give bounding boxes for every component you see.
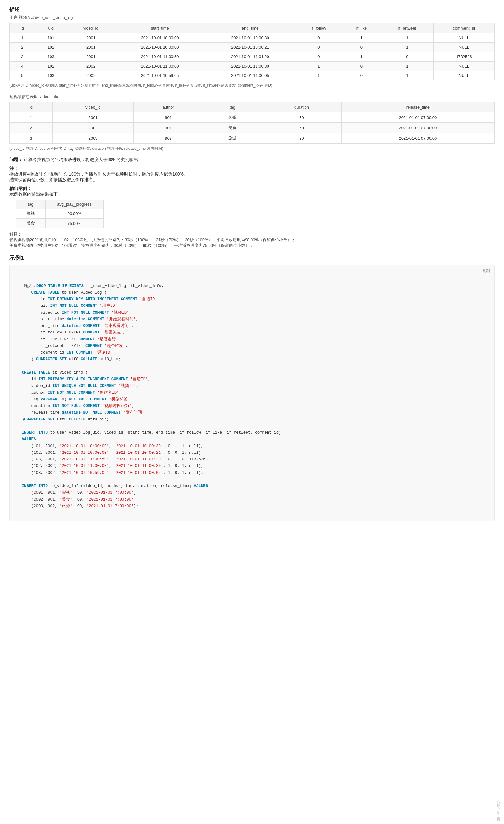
table-cell: 90	[262, 133, 342, 143]
explain-label: 解释：	[9, 232, 22, 236]
table-cell: 2	[10, 43, 35, 52]
table-cell: 3	[10, 133, 53, 143]
column-header: comment_id	[433, 23, 494, 33]
column-header: video_id	[67, 23, 115, 33]
column-header: id	[10, 23, 35, 33]
table-cell: 901	[133, 123, 203, 133]
column-header: if_like	[342, 23, 381, 33]
code-block: 复制 输入：DROP TABLE IF EXISTS tb_user_video…	[9, 265, 495, 521]
table-row: 510320022021-10-01 10:59:052021-10-01 11…	[10, 71, 495, 80]
table-cell: 1	[381, 62, 433, 71]
table-cell: 102	[35, 62, 67, 71]
table-cell: 2021-10-01 11:00:30	[205, 62, 295, 71]
table-cell: 1732526	[433, 52, 494, 62]
table-row: 美食75.00%	[16, 219, 104, 228]
table-cell: 103	[35, 71, 67, 80]
table-cell: 1	[381, 43, 433, 52]
note-block: 注： 播放进度=播放时长÷视频时长*100%，当播放时长大于视频时长时，播放进度…	[9, 166, 495, 183]
table-cell: 2021-10-01 10:00:00	[115, 43, 205, 52]
table-cell: 101	[35, 33, 67, 43]
table-cell: 0	[381, 52, 433, 62]
table-cell: 2021-10-01 11:00:00	[115, 62, 205, 71]
table-row: 110120012021-10-01 10:00:002021-10-01 10…	[10, 33, 495, 43]
table-cell: 2003	[53, 133, 133, 143]
table-cell: 75.00%	[45, 219, 104, 228]
table-cell: NULL	[433, 62, 494, 71]
table-cell: NULL	[433, 71, 494, 80]
question-text: 计算各类视频的平均播放进度，将进度大于60%的类别输出。	[24, 157, 142, 162]
table-cell: 2021-01-01 07:00:00	[341, 133, 494, 143]
column-header: if_follow	[295, 23, 342, 33]
table-cell: 60	[262, 123, 342, 133]
table-cell: NULL	[433, 43, 494, 52]
table-cell: 2001	[67, 43, 115, 52]
table-cell: 4	[10, 62, 35, 71]
table-cell: 2021-10-01 10:00:30	[205, 33, 295, 43]
note-line: 结果保留两位小数，并按播放进度倒序排序。	[9, 177, 495, 183]
table-cell: 1	[381, 71, 433, 80]
table-cell: 2002	[67, 71, 115, 80]
output-table: tagavg_play_progress 影视90.00%美食75.00%	[16, 200, 104, 228]
copy-button[interactable]: 复制	[482, 268, 490, 274]
table-cell: 2001	[67, 33, 115, 43]
question-label: 问题：	[9, 157, 23, 162]
table-cell: 1	[342, 52, 381, 62]
table-cell: 2001	[67, 52, 115, 62]
table-cell: 103	[35, 52, 67, 62]
description-section: 描述 用户-视频互动表tb_user_video_log iduidvideo_…	[9, 6, 495, 151]
table-cell: 2002	[53, 123, 133, 133]
table-row: 410220022021-10-01 11:00:002021-10-01 11…	[10, 62, 495, 71]
column-header: avg_play_progress	[45, 200, 104, 209]
output-desc: 示例数据的输出结果如下：	[9, 192, 495, 197]
table-cell: 2021-01-01 07:00:00	[341, 112, 494, 123]
table-row: 210220012021-10-01 10:00:002021-10-01 10…	[10, 43, 495, 52]
table-cell: 2021-01-01 07:00:00	[341, 123, 494, 133]
code-content: 输入：DROP TABLE IF EXISTS tb_user_video_lo…	[15, 284, 281, 508]
column-header: author	[133, 102, 203, 112]
table-cell: 0	[342, 43, 381, 52]
table-cell: 3	[10, 52, 35, 62]
table-cell: 1	[295, 62, 342, 71]
table-cell: 902	[133, 133, 203, 143]
column-header: tag	[16, 200, 45, 209]
question-block: 问题： 计算各类视频的平均播放进度，将进度大于60%的类别输出。	[9, 157, 495, 163]
user-video-table-note: (uid-用户ID, video_id-视频ID, start_time-开始观…	[9, 83, 495, 88]
video-info-table: idvideo_idauthortagdurationrelease_time …	[9, 102, 495, 143]
table-cell: 90.00%	[45, 209, 104, 219]
table-cell: 1	[295, 71, 342, 80]
table-cell: 0	[342, 62, 381, 71]
note-label: 注：	[9, 166, 18, 171]
output-block: 输出示例： 示例数据的输出结果如下： tagavg_play_progress …	[9, 186, 495, 228]
column-header: tag	[203, 102, 262, 112]
video-info-table-note: (video_id-视频ID, author-创作者ID, tag-类别标签, …	[9, 146, 495, 151]
table-cell: 1	[342, 33, 381, 43]
table-cell: 2021-10-01 10:59:05	[115, 71, 205, 80]
column-header: duration	[262, 102, 342, 112]
output-label: 输出示例：	[9, 186, 31, 191]
column-header: start_time	[115, 23, 205, 33]
video-info-table-name: 短视频信息表tb_video_info	[9, 94, 495, 100]
table-row: 12001901影视302021-01-01 07:00:00	[10, 112, 495, 123]
column-header: id	[10, 102, 53, 112]
description-title: 描述	[9, 6, 495, 13]
explain-line: 影视类视频2001被用户101、102、103看过，播放进度分别为：30秒（10…	[9, 237, 495, 243]
table-cell: 0	[295, 52, 342, 62]
column-header: end_time	[205, 23, 295, 33]
table-row: 影视90.00%	[16, 209, 104, 219]
table-cell: 0	[342, 71, 381, 80]
table-cell: 旅游	[203, 133, 262, 143]
table-cell: 102	[35, 43, 67, 52]
table-row: 22002901美食602021-01-01 07:00:00	[10, 123, 495, 133]
user-video-table: iduidvideo_idstart_timeend_timeif_follow…	[9, 23, 495, 80]
column-header: if_retweet	[381, 23, 433, 33]
table-cell: NULL	[433, 33, 494, 43]
table-cell: 1	[10, 112, 53, 123]
table-cell: 影视	[203, 112, 262, 123]
column-header: video_id	[53, 102, 133, 112]
explain-block: 解释： 影视类视频2001被用户101、102、103看过，播放进度分别为：30…	[9, 231, 495, 248]
table-row: 32003902旅游902021-01-01 07:00:00	[10, 133, 495, 143]
table-cell: 2	[10, 123, 53, 133]
table-cell: 0	[295, 33, 342, 43]
table-cell: 1	[381, 33, 433, 43]
table-cell: 2002	[67, 62, 115, 71]
